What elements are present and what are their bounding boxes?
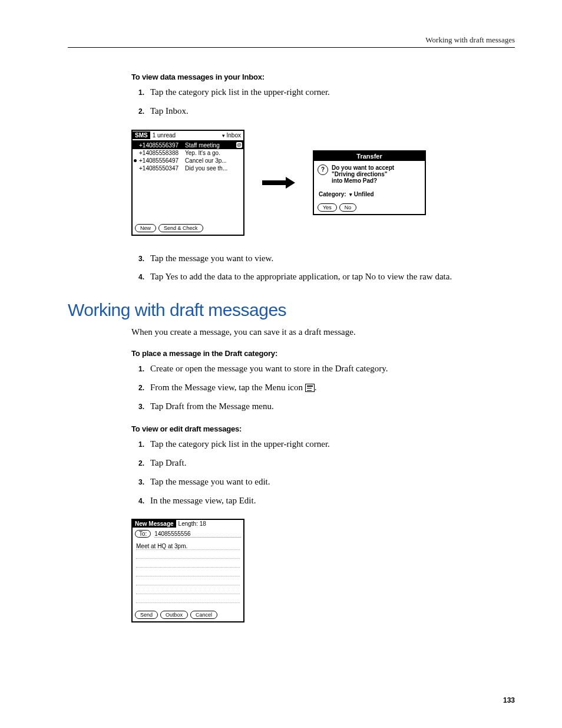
unread-dot-icon xyxy=(134,159,137,162)
step-number: 1. xyxy=(131,88,150,98)
steps-list-3: 1.Tap the category pick list in the uppe… xyxy=(131,438,515,507)
question-icon: ? xyxy=(318,164,328,175)
app-title: SMS xyxy=(133,131,150,139)
step-number: 2. xyxy=(131,459,150,469)
msg-number: +14085556397 xyxy=(139,142,183,149)
step-text: Create or open the message you want to s… xyxy=(150,363,515,375)
msg-number: +14085558388 xyxy=(139,150,183,156)
dialog-title: Transfer xyxy=(314,151,425,161)
send-button[interactable]: Send xyxy=(135,611,158,619)
step-number: 1. xyxy=(131,440,150,450)
category-label: Category: xyxy=(319,191,346,197)
unread-status: 1 unread xyxy=(150,132,222,139)
arrow-right-icon xyxy=(262,179,295,187)
step-text: In the message view, tap Edit. xyxy=(150,495,515,508)
message-row[interactable]: +14085556397 Staff meeting @ xyxy=(133,141,243,149)
attachment-icon: @ xyxy=(236,142,242,148)
steps-list-1: 1.Tap the category pick list in the uppe… xyxy=(131,86,515,118)
message-row[interactable]: +14085558388 Yep. It's a go. xyxy=(133,149,243,157)
subhead-view-data: To view data messages in your Inbox: xyxy=(131,73,515,81)
msg-number: +14085556497 xyxy=(139,157,183,164)
intro-text: When you create a message, you can save … xyxy=(131,327,515,337)
step-text: Tap the category pick list in the upper-… xyxy=(150,86,515,99)
step-number: 3. xyxy=(131,254,150,264)
subhead-view-edit-drafts: To view or edit draft messages: xyxy=(131,424,515,433)
msg-subject: Did you see th... xyxy=(185,165,227,172)
step-number: 1. xyxy=(131,364,150,374)
msg-subject: Cancel our 3p... xyxy=(185,157,227,164)
length-indicator: Length: 18 xyxy=(176,520,209,528)
to-button[interactable]: To: xyxy=(135,530,151,538)
step-text: Tap Yes to add the data to the appropria… xyxy=(150,271,515,284)
step-number: 2. xyxy=(131,383,150,393)
message-body-area[interactable]: Meet at HQ at 3pm. xyxy=(133,540,243,603)
step-text: Tap the message you want to view. xyxy=(150,252,515,265)
step-text: Tap Draft from the Message menu. xyxy=(150,400,515,413)
category-picklist[interactable]: Inbox xyxy=(222,132,243,139)
send-check-button[interactable]: Send & Check xyxy=(158,224,203,232)
figure-row-1: SMS 1 unread Inbox +14085556397 Staff me… xyxy=(131,130,515,236)
step-text: Tap the category pick list in the upper-… xyxy=(150,438,515,451)
no-button[interactable]: No xyxy=(339,203,357,212)
header-rule xyxy=(68,47,515,48)
section-heading: Working with draft messages xyxy=(68,300,515,320)
message-row[interactable]: +14085550347 Did you see th... xyxy=(133,164,243,172)
outbox-button[interactable]: Outbox xyxy=(160,611,188,619)
running-head: Working with draft messages xyxy=(68,35,515,45)
steps-list-1b: 3.Tap the message you want to view. 4.Ta… xyxy=(131,252,515,284)
step-number: 4. xyxy=(131,272,150,282)
dialog-message: Do you want to accept "Driving direction… xyxy=(332,164,394,184)
step-number: 3. xyxy=(131,477,150,487)
body-text: Meet at HQ at 3pm. xyxy=(136,543,187,549)
msg-subject: Yep. It's a go. xyxy=(185,150,220,156)
cancel-button[interactable]: Cancel xyxy=(190,611,217,619)
step-text: Tap Draft. xyxy=(150,457,515,470)
yes-button[interactable]: Yes xyxy=(318,203,337,212)
message-row[interactable]: +14085556497 Cancel our 3p... xyxy=(133,157,243,164)
step-number: 2. xyxy=(131,107,150,117)
new-button[interactable]: New xyxy=(135,224,156,232)
page-number: 133 xyxy=(503,696,515,704)
to-field[interactable]: 14085555556 xyxy=(154,531,241,538)
step-number: 3. xyxy=(131,402,150,412)
menu-icon xyxy=(305,384,315,392)
transfer-dialog-screenshot: Transfer ? Do you want to accept "Drivin… xyxy=(313,150,426,215)
steps-list-2: 1.Create or open the message you want to… xyxy=(131,363,515,413)
screen-title: New Message xyxy=(133,520,176,528)
step-text: Tap Inbox. xyxy=(150,105,515,118)
msg-subject: Staff meeting xyxy=(185,142,220,149)
step-text: Tap the message you want to edit. xyxy=(150,476,515,489)
step-number: 4. xyxy=(131,496,150,506)
category-picklist[interactable]: Unfiled xyxy=(349,191,373,197)
step-text: From the Message view, tap the Menu icon… xyxy=(150,381,515,394)
sms-inbox-screenshot: SMS 1 unread Inbox +14085556397 Staff me… xyxy=(131,130,244,236)
new-message-screenshot: New Message Length: 18 To: 14085555556 M… xyxy=(131,519,244,622)
msg-number: +14085550347 xyxy=(139,165,183,172)
subhead-place-draft: To place a message in the Draft category… xyxy=(131,349,515,358)
message-rows: +14085556397 Staff meeting @ +1408555838… xyxy=(133,141,243,222)
